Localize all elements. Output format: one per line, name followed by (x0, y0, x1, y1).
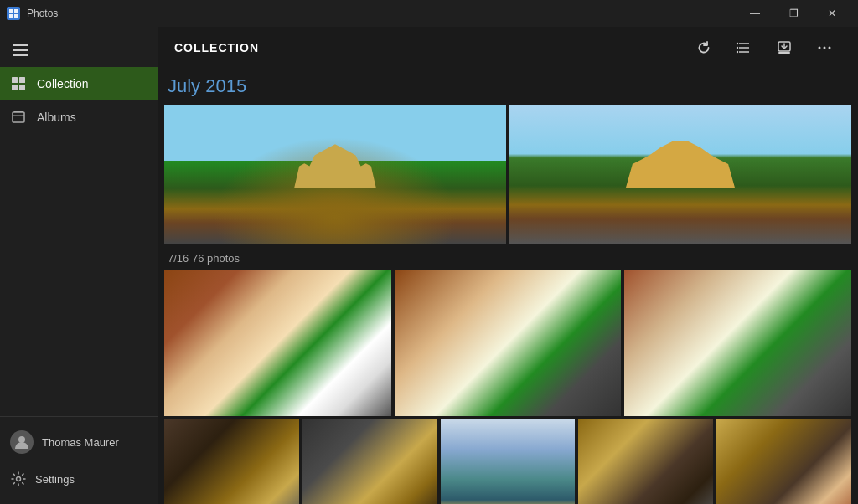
import-button[interactable] (768, 31, 801, 64)
sidebar-item-collection[interactable]: Collection (0, 67, 158, 100)
svg-point-12 (17, 477, 21, 481)
page-title: COLLECTION (174, 41, 259, 54)
date-info: 7/16 76 photos (164, 247, 851, 270)
svg-point-24 (829, 47, 831, 49)
small-photos-row (164, 419, 851, 504)
app-body: Collection Albums (0, 27, 858, 504)
svg-rect-5 (19, 77, 25, 83)
settings-label: Settings (35, 473, 75, 486)
food-photos-row (164, 270, 851, 416)
svg-rect-2 (9, 14, 13, 18)
svg-rect-9 (14, 111, 23, 112)
settings-item[interactable]: Settings (0, 460, 158, 497)
sidebar-bottom: Thomas Maurer Settings (0, 416, 158, 504)
svg-point-16 (737, 43, 738, 44)
photo-small-1[interactable] (164, 419, 299, 504)
photo-small-4[interactable] (578, 419, 713, 504)
maximize-button[interactable]: ❐ (774, 0, 813, 27)
albums-label: Albums (37, 111, 76, 124)
svg-point-22 (819, 47, 821, 49)
photo-castle-2[interactable] (509, 105, 851, 244)
settings-icon (10, 471, 27, 487)
albums-icon (10, 109, 27, 126)
svg-rect-0 (9, 9, 13, 13)
svg-rect-8 (13, 112, 24, 122)
titlebar-left: Photos (7, 7, 58, 20)
photo-small-5[interactable] (716, 419, 851, 504)
refresh-button[interactable] (687, 31, 721, 64)
user-profile[interactable]: Thomas Maurer (0, 424, 158, 460)
photo-gallery: July 2015 7/16 76 photos (158, 69, 858, 504)
photo-food-1[interactable] (164, 270, 391, 416)
window-controls: — ❐ ✕ (736, 0, 851, 27)
sidebar-item-albums[interactable]: Albums (0, 100, 158, 134)
select-button[interactable] (727, 31, 761, 64)
minimize-button[interactable]: — (736, 0, 774, 27)
sidebar: Collection Albums (0, 27, 158, 504)
photo-food-3[interactable] (624, 270, 851, 416)
photo-food-2[interactable] (395, 270, 622, 416)
svg-point-17 (737, 47, 738, 49)
avatar (10, 430, 34, 454)
collection-label: Collection (37, 77, 88, 90)
svg-rect-4 (12, 77, 18, 83)
hamburger-button[interactable] (0, 33, 158, 67)
app-icon (7, 7, 20, 20)
castle-photos-row (164, 105, 851, 244)
svg-point-18 (737, 51, 738, 53)
toolbar-actions (687, 31, 841, 64)
svg-point-23 (824, 47, 826, 49)
svg-point-11 (18, 436, 25, 443)
app-title: Photos (27, 8, 58, 19)
collection-icon (10, 75, 27, 92)
svg-rect-1 (14, 9, 18, 13)
photo-small-3[interactable] (441, 419, 576, 504)
main-content: COLLECTION (158, 27, 858, 504)
sidebar-top: Collection Albums (0, 27, 158, 141)
svg-rect-6 (12, 85, 18, 90)
titlebar: Photos — ❐ ✕ (0, 0, 858, 27)
section-date: July 2015 (164, 69, 851, 105)
toolbar: COLLECTION (158, 27, 858, 69)
more-button[interactable] (808, 31, 841, 64)
svg-rect-7 (19, 85, 25, 90)
photo-castle-1[interactable] (164, 105, 506, 244)
user-name: Thomas Maurer (42, 436, 119, 449)
hamburger-icon (13, 44, 28, 56)
photo-small-2[interactable] (302, 419, 437, 504)
close-button[interactable]: ✕ (813, 0, 851, 27)
svg-rect-3 (14, 14, 18, 18)
